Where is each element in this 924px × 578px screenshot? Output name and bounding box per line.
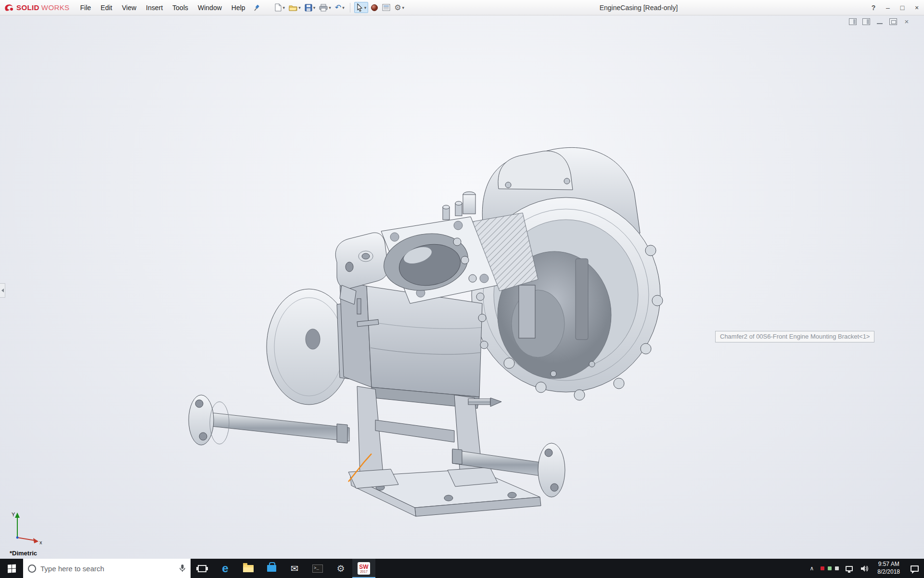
print-button[interactable]: ▾ <box>318 3 333 13</box>
store-icon <box>267 565 276 572</box>
new-document-icon <box>274 3 282 12</box>
microphone-icon[interactable] <box>179 564 186 573</box>
solidworks-icon-year: 2017 <box>360 570 368 573</box>
appearance-sphere-icon <box>371 4 378 12</box>
settings-button[interactable]: ⚙ <box>329 559 352 578</box>
dropdown-icon[interactable]: ▾ <box>298 5 301 10</box>
search-input[interactable] <box>40 565 175 573</box>
menu-insert[interactable]: Insert <box>141 1 167 14</box>
network-icon[interactable] <box>846 566 853 571</box>
toolbar-separator <box>350 3 350 13</box>
print-icon <box>319 4 328 12</box>
solidworks-icon-label: SW <box>359 564 368 570</box>
triad-y-label: Y <box>12 512 15 517</box>
file-explorer-button[interactable] <box>237 559 260 578</box>
tray-mini-icons <box>818 566 842 570</box>
minimize-button[interactable]: – <box>881 0 895 15</box>
task-view-icon <box>198 565 206 572</box>
menu-bar: File Edit View Insert Tools Window Help <box>76 1 250 14</box>
app-header: SOLIDWORKS File Edit View Insert Tools W… <box>0 0 924 15</box>
orientation-triad: Y x <box>9 509 45 546</box>
menu-tools[interactable]: Tools <box>167 1 193 14</box>
volume-icon[interactable] <box>860 565 869 572</box>
gear-icon: ⚙ <box>394 4 401 12</box>
tray-status-icon[interactable] <box>828 566 832 570</box>
tray-solidworks-icon[interactable] <box>821 566 824 570</box>
taskbar-clock[interactable]: 9:57 AM 8/2/2018 <box>873 561 905 576</box>
dassault-logo-icon <box>4 3 14 13</box>
command-prompt-button[interactable]: >_ <box>306 559 329 578</box>
menu-help[interactable]: Help <box>227 1 250 14</box>
triad-x-label: x <box>39 539 42 545</box>
dropdown-icon[interactable]: ▾ <box>342 5 345 10</box>
carb-flange[interactable] <box>380 201 498 303</box>
solidworks-taskbar-button[interactable]: SW 2017 <box>352 559 375 578</box>
open-button[interactable]: ▾ <box>287 3 302 13</box>
window-controls: ? – □ × <box>866 0 924 15</box>
windows-taskbar: e ✉ >_ ⚙ SW 2017 ∧ <box>0 559 924 578</box>
solidworks-logo: SOLIDWORKS <box>4 3 70 13</box>
taskbar-search[interactable] <box>23 559 191 578</box>
graphics-area[interactable]: × <box>0 15 924 559</box>
save-button[interactable]: ▾ <box>303 3 317 13</box>
action-center-button[interactable] <box>905 565 924 572</box>
new-document-button[interactable]: ▾ <box>272 2 287 13</box>
cortana-icon[interactable] <box>28 565 36 573</box>
brand-works: WORKS <box>41 3 70 12</box>
edge-icon: e <box>222 563 228 574</box>
dropdown-icon[interactable]: ▾ <box>402 5 405 10</box>
dropdown-icon[interactable]: ▾ <box>283 5 285 10</box>
pin-menu-icon[interactable] <box>253 4 261 12</box>
design-library-button[interactable] <box>381 3 392 12</box>
mail-button[interactable]: ✉ <box>283 559 306 578</box>
options-button[interactable]: ⚙ ▾ <box>393 3 406 13</box>
mail-icon: ✉ <box>291 564 298 573</box>
tray-generic-icon[interactable] <box>835 566 839 570</box>
left-shaft[interactable] <box>189 395 349 445</box>
action-center-icon <box>911 565 919 572</box>
menu-view[interactable]: View <box>117 1 141 14</box>
system-tray: ∧ 9:57 AM 8/2/2018 <box>806 559 924 578</box>
command-prompt-icon: >_ <box>312 565 323 573</box>
settings-gear-icon: ⚙ <box>336 564 345 573</box>
start-button[interactable] <box>0 559 23 578</box>
help-button[interactable]: ? <box>866 0 881 15</box>
quick-access-toolbar: ▾ ▾ ▾ ▾ <box>272 2 406 13</box>
store-button[interactable] <box>260 559 283 578</box>
collapse-triangle-icon <box>1 289 4 292</box>
dropdown-icon[interactable]: ▾ <box>364 5 367 10</box>
dropdown-icon[interactable]: ▾ <box>313 5 316 10</box>
design-library-icon <box>382 4 390 11</box>
tray-chevron-icon[interactable]: ∧ <box>806 565 818 572</box>
close-button[interactable]: × <box>910 0 924 15</box>
task-view-button[interactable] <box>191 559 214 578</box>
file-explorer-icon <box>243 565 254 572</box>
solidworks-window: SOLIDWORKS File Edit View Insert Tools W… <box>0 0 924 578</box>
windows-logo-icon <box>8 564 16 573</box>
menu-window[interactable]: Window <box>193 1 227 14</box>
open-folder-icon <box>289 4 297 12</box>
select-cursor-icon <box>356 3 363 12</box>
select-tool-button[interactable]: ▾ <box>354 2 369 13</box>
appearance-button[interactable] <box>369 3 380 13</box>
panel-collapse-arrow[interactable] <box>0 283 5 298</box>
menu-file[interactable]: File <box>76 1 96 14</box>
edge-button[interactable]: e <box>214 559 237 578</box>
document-title: EngineCasing [Read-only] <box>600 4 678 12</box>
brand-solid: SOLID <box>16 3 39 12</box>
menu-edit[interactable]: Edit <box>96 1 117 14</box>
save-icon <box>305 4 312 12</box>
maximize-button[interactable]: □ <box>895 0 910 15</box>
dropdown-icon[interactable]: ▾ <box>329 5 331 10</box>
undo-button[interactable]: ↶ ▾ <box>334 3 346 13</box>
feature-tooltip: Chamfer2 of 00S6-Front Engine Mounting B… <box>715 331 874 342</box>
clock-time: 9:57 AM <box>878 561 899 568</box>
undo-icon: ↶ <box>335 4 341 12</box>
engine-casing-model[interactable] <box>0 15 924 559</box>
view-orientation-label: *Dimetric <box>10 550 37 557</box>
solidworks-app-icon: SW 2017 <box>358 562 370 575</box>
clock-date: 8/2/2018 <box>877 568 900 576</box>
